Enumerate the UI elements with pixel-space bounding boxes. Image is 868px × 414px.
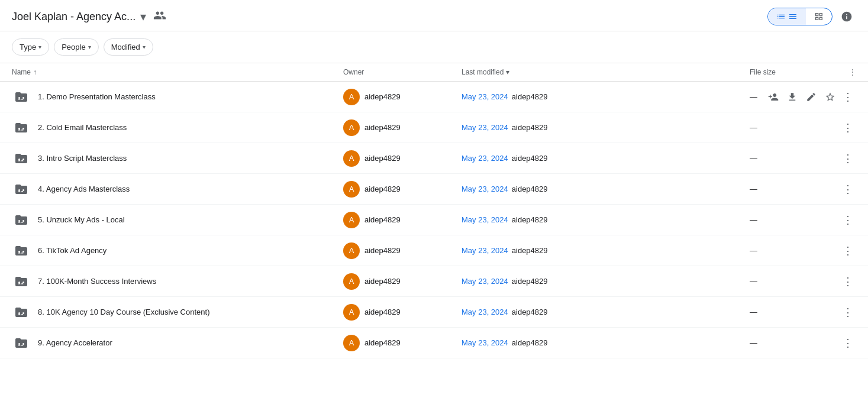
owner-cell: A aidep4829 [343,119,462,136]
row-more-button[interactable]: ⋮ [840,335,856,351]
table-row[interactable]: 9. Agency Accelerator A aidep4829 May 23… [0,328,868,358]
svg-point-10 [18,251,20,253]
owner-name: aidep4829 [364,123,401,132]
modified-date: May 23, 2024 [462,154,508,163]
name-cell: 2. Cold Email Masterclass [12,118,343,137]
modified-by: aidep4829 [512,185,548,193]
row-actions [765,89,838,105]
column-more-icon: ⋮ [849,68,856,76]
svg-point-11 [22,251,24,253]
folder-icon [12,211,31,229]
row-more-button[interactable]: ⋮ [840,181,856,198]
download-button[interactable] [784,89,801,105]
svg-point-16 [18,343,20,345]
size-cell: — [750,338,832,347]
row-more-button[interactable]: ⋮ [840,119,856,136]
size-cell: — [750,246,832,255]
owner-name: aidep4829 [364,215,401,224]
file-name: 6. TikTok Ad Agency [38,246,107,255]
row-more-button[interactable]: ⋮ [840,273,856,290]
table-row[interactable]: 7. 100K-Month Success Interviews A aidep… [0,266,868,297]
name-cell: 7. 100K-Month Success Interviews [12,272,343,291]
filter-modified-label: Modified [111,43,140,51]
owner-name: aidep4829 [364,308,401,316]
owner-name: aidep4829 [364,277,401,286]
modified-by: aidep4829 [512,246,548,255]
svg-point-13 [22,282,24,283]
star-button[interactable] [822,89,838,105]
modified-cell: May 23, 2024 aidep4829 [462,246,750,255]
column-header-owner[interactable]: Owner [343,68,462,76]
shared-people-icon[interactable] [153,9,166,25]
modified-by: aidep4829 [512,123,548,132]
grid-view-button[interactable] [806,8,832,25]
page-title: Joel Kaplan - Agency Ac... [12,11,135,23]
sort-arrow-icon: ↑ [33,68,37,76]
owner-name: aidep4829 [364,154,401,163]
owner-cell: A aidep4829 [343,304,462,321]
modified-by: aidep4829 [512,277,548,286]
modified-cell: May 23, 2024 aidep4829 [462,154,750,163]
svg-point-6 [18,189,20,191]
row-more-button[interactable]: ⋮ [840,304,856,321]
modified-date: May 23, 2024 [462,185,508,193]
info-button[interactable] [837,7,856,26]
column-header-file-size[interactable]: File size [750,68,832,76]
avatar: A [343,335,360,351]
header-right [767,7,856,26]
row-more-button[interactable]: ⋮ [840,212,856,228]
filter-type-label: Type [20,43,36,51]
table-row[interactable]: 3. Intro Script Masterclass A aidep4829 … [0,143,868,174]
avatar: A [343,212,360,228]
filter-people-label: People [62,43,85,51]
file-name: 8. 10K Agency 10 Day Course (Exclusive C… [38,308,209,316]
size-cell: — [750,123,832,132]
modified-date: May 23, 2024 [462,92,508,101]
file-name: 3. Intro Script Masterclass [38,154,127,163]
filter-people[interactable]: People ▾ [54,38,98,56]
filter-type[interactable]: Type ▾ [12,38,49,56]
list-view-button[interactable] [768,8,806,25]
table-row[interactable]: 5. Unzuck My Ads - Local A aidep4829 May… [0,205,868,235]
row-more-button[interactable]: ⋮ [840,89,856,105]
add-person-button[interactable] [765,89,782,105]
column-header-name[interactable]: Name ↑ [12,68,343,76]
svg-point-4 [18,159,20,160]
svg-point-3 [22,128,24,130]
owner-cell: A aidep4829 [343,89,462,105]
column-header-more[interactable]: ⋮ [832,68,856,76]
rename-button[interactable] [803,89,819,105]
more-vert-cell: ⋮ [832,119,856,136]
file-name: 9. Agency Accelerator [38,338,112,347]
modified-cell: May 23, 2024 aidep4829 [462,185,750,193]
file-name: 4. Agency Ads Masterclass [38,185,130,193]
more-vert-cell: ⋮ [832,150,856,167]
table-row[interactable]: 6. TikTok Ad Agency A aidep4829 May 23, … [0,235,868,266]
owner-cell: A aidep4829 [343,212,462,228]
more-vert-cell: ⋮ [832,335,856,351]
avatar: A [343,150,360,167]
table-row[interactable]: 4. Agency Ads Masterclass A aidep4829 Ma… [0,174,868,205]
row-more-button[interactable]: ⋮ [840,242,856,259]
row-more-button[interactable]: ⋮ [840,150,856,167]
name-cell: 5. Unzuck My Ads - Local [12,211,343,229]
folder-icon [12,334,31,352]
avatar: A [343,273,360,290]
svg-point-5 [22,159,24,160]
table-body: 1. Demo Presentation Masterclass A aidep… [0,82,868,358]
filter-modified[interactable]: Modified ▾ [104,38,153,56]
table-row[interactable]: 1. Demo Presentation Masterclass A aidep… [0,82,868,112]
owner-name: aidep4829 [364,246,401,255]
folder-icon [12,88,31,106]
avatar: A [343,89,360,105]
column-header-last-modified[interactable]: Last modified ▾ [462,68,750,76]
title-chevron-icon[interactable]: ▾ [140,9,146,24]
modified-cell: May 23, 2024 aidep4829 [462,338,750,347]
modified-cell: May 23, 2024 aidep4829 [462,277,750,286]
table-row[interactable]: 2. Cold Email Masterclass A aidep4829 Ma… [0,112,868,143]
svg-point-17 [22,343,24,345]
owner-name: aidep4829 [364,185,401,193]
table-row[interactable]: 8. 10K Agency 10 Day Course (Exclusive C… [0,297,868,328]
svg-point-9 [22,220,24,222]
header-left: Joel Kaplan - Agency Ac... ▾ [12,9,166,25]
